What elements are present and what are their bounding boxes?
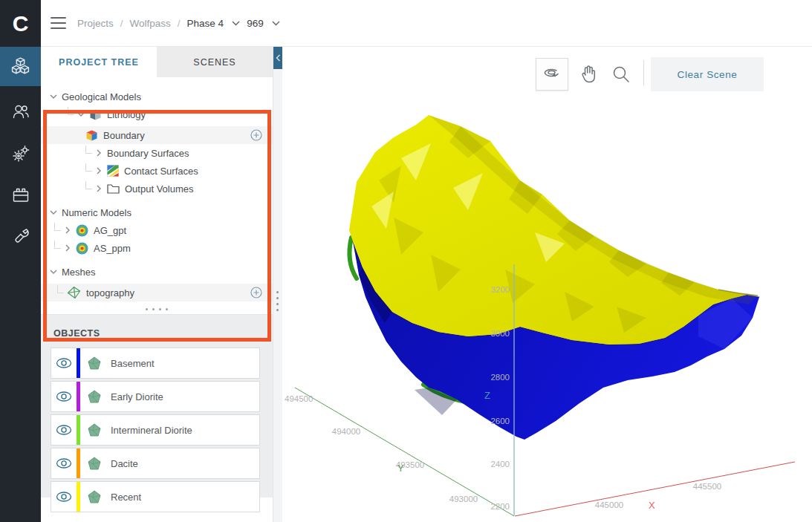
object-row-basement[interactable]: Basement <box>51 348 260 379</box>
breadcrumb-version[interactable]: 969 <box>247 18 264 29</box>
app-logo[interactable]: C <box>0 0 41 47</box>
tree-connector <box>85 181 92 189</box>
contact-surfaces-icon <box>107 165 119 177</box>
breadcrumb-wolfpass[interactable]: Wolfpass <box>130 18 171 29</box>
surface-icon <box>87 456 102 471</box>
add-to-scene-button[interactable] <box>250 287 262 298</box>
left-panel: PROJECT TREE SCENES Geological Models Li… <box>41 47 273 522</box>
chevron-right-icon[interactable] <box>95 149 103 157</box>
panel-vertical-splitter[interactable] <box>273 47 282 522</box>
collapse-panel-button[interactable] <box>273 47 282 69</box>
object-row-dacite[interactable]: Dacite <box>51 448 260 479</box>
chevron-down-icon[interactable] <box>50 268 57 275</box>
tree-item-as-ppm[interactable]: AS_ppm <box>41 239 273 257</box>
tree-connector <box>54 241 61 249</box>
svg-text:494000: 494000 <box>332 427 360 436</box>
add-to-scene-button[interactable] <box>250 129 262 141</box>
logo-letter: C <box>13 11 29 36</box>
3d-viewport-canvas[interactable]: 494500 494000 493500 493000 Y 445000 445… <box>282 47 812 522</box>
tree-item-numeric-models[interactable]: Numeric Models <box>41 203 273 221</box>
rotate-tool-button[interactable] <box>536 58 568 91</box>
zoom-tool-button[interactable] <box>608 59 634 89</box>
svg-text:445000: 445000 <box>595 500 623 509</box>
object-row-recent[interactable]: Recent <box>51 481 260 512</box>
svg-text:2200: 2200 <box>490 502 510 511</box>
nav-users-item[interactable] <box>0 91 41 131</box>
breadcrumb-phase[interactable]: Phase 4 <box>187 18 224 29</box>
wrench-icon <box>11 226 30 246</box>
nav-tools-item[interactable] <box>0 216 41 255</box>
visibility-eye-icon[interactable] <box>51 458 77 469</box>
tree-item-label: Contact Surfaces <box>124 166 198 177</box>
nav-toolbox-item[interactable] <box>0 175 41 215</box>
svg-text:2600: 2600 <box>490 417 510 425</box>
tree-item-label: Boundary Surfaces <box>107 148 189 159</box>
tree-item-ag-gpt[interactable]: AG_gpt <box>41 221 273 239</box>
tree-item-label: topography <box>86 287 134 298</box>
hand-pan-icon <box>579 65 597 84</box>
pan-tool-button[interactable] <box>575 59 602 89</box>
object-label: Dacite <box>111 458 138 469</box>
chevron-right-icon[interactable] <box>64 226 71 234</box>
object-label: Intermineral Diorite <box>111 425 192 436</box>
visibility-eye-icon[interactable] <box>51 391 77 402</box>
chevron-down-icon[interactable] <box>50 93 57 100</box>
magnifier-icon <box>611 65 631 84</box>
nav-models-item[interactable] <box>0 47 41 86</box>
chevron-down-icon[interactable] <box>272 21 280 26</box>
topography-mesh-icon <box>67 286 81 299</box>
breadcrumb-projects[interactable]: Projects <box>77 18 114 29</box>
tree-item-output-volumes[interactable]: Output Volumes <box>41 180 273 198</box>
breadcrumb: Projects / Wolfpass / Phase 4 969 <box>77 0 280 47</box>
panel-horizontal-splitter[interactable] <box>41 304 273 315</box>
objects-header: OBJECTS <box>53 328 260 339</box>
surface-icon <box>87 423 102 437</box>
tree-connector <box>85 163 92 172</box>
clear-scene-button[interactable]: Clear Scene <box>651 57 764 91</box>
tree-item-topography[interactable]: topography <box>41 284 273 301</box>
users-icon <box>11 102 30 121</box>
object-label: Basement <box>111 358 155 369</box>
tree-connector <box>85 146 92 154</box>
lithology-model-icon <box>89 108 102 121</box>
tree-item-label: Meshes <box>62 267 96 278</box>
chevron-right-icon[interactable] <box>95 167 103 174</box>
visibility-eye-icon[interactable] <box>51 425 77 435</box>
object-row-intermineral-diorite[interactable]: Intermineral Diorite <box>51 414 260 446</box>
tree-item-lithology[interactable]: Lithology <box>41 105 273 123</box>
chevron-down-icon[interactable] <box>232 21 240 26</box>
chevron-right-icon[interactable] <box>64 244 71 252</box>
splitter-drag-handle[interactable] <box>276 291 279 311</box>
tab-scenes[interactable]: SCENES <box>157 47 273 77</box>
top-bar: C Projects / Wolfpass / Phase 4 969 <box>0 0 812 47</box>
svg-text:X: X <box>649 500 655 511</box>
tree-connector <box>54 223 61 231</box>
objects-section: OBJECTS Basement Early Diorite Intermine… <box>41 315 273 497</box>
chevron-right-icon[interactable] <box>95 185 103 192</box>
tree-item-geological-models[interactable]: Geological Models <box>41 88 273 105</box>
color-bar <box>77 348 80 378</box>
visibility-eye-icon[interactable] <box>51 358 77 368</box>
numeric-model-icon <box>76 224 88 237</box>
x-axis: 445000 445500 X <box>515 462 795 516</box>
tree-item-boundary-surfaces[interactable]: Boundary Surfaces <box>41 144 273 162</box>
nav-services-item[interactable] <box>0 134 41 173</box>
panel-tabs: PROJECT TREE SCENES <box>41 47 273 77</box>
object-row-early-diorite[interactable]: Early Diorite <box>51 381 260 412</box>
chevron-left-icon <box>276 54 281 62</box>
viewport-toolbar: Clear Scene <box>282 47 812 99</box>
tab-project-tree[interactable]: PROJECT TREE <box>41 47 157 77</box>
surface-icon <box>87 389 102 404</box>
tree-item-boundary[interactable]: Boundary <box>41 126 273 144</box>
tree-item-meshes[interactable]: Meshes <box>41 263 273 281</box>
hamburger-menu-icon[interactable] <box>51 17 66 29</box>
tree-connector <box>68 107 74 115</box>
chevron-down-icon[interactable] <box>77 111 85 118</box>
surface-icon <box>87 356 102 371</box>
tree-item-contact-surfaces[interactable]: Contact Surfaces <box>41 162 273 180</box>
3d-viewport: 494500 494000 493500 493000 Y 445000 445… <box>282 47 812 522</box>
visibility-eye-icon[interactable] <box>51 492 77 502</box>
tree-item-label: AG_gpt <box>94 225 126 236</box>
chevron-down-icon[interactable] <box>50 209 57 216</box>
toolbar-divider <box>643 60 644 85</box>
